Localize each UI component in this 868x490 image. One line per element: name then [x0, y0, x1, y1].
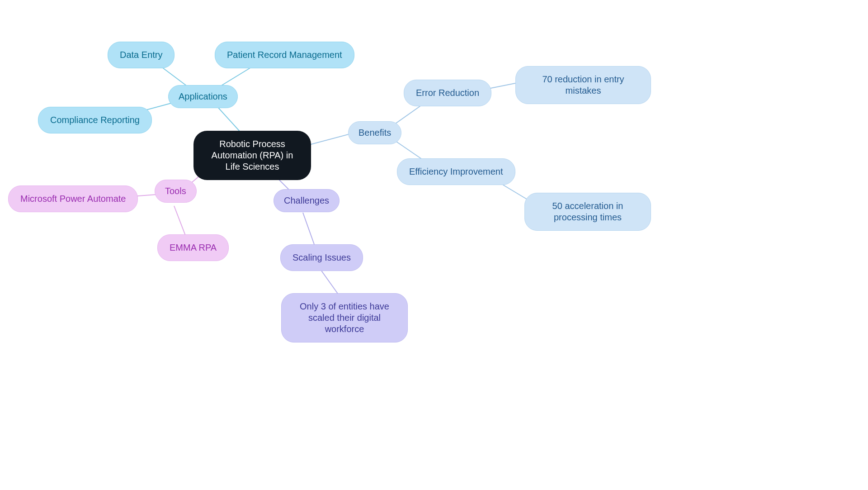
- node-scaling-detail[interactable]: Only 3 of entities have scaled their dig…: [281, 293, 408, 343]
- node-tools[interactable]: Tools: [155, 180, 197, 203]
- node-power-automate[interactable]: Microsoft Power Automate: [8, 186, 138, 212]
- edge-layer: [0, 0, 868, 490]
- center-node[interactable]: Robotic Process Automation (RPA) in Life…: [193, 131, 311, 180]
- node-error-reduction-detail[interactable]: 70 reduction in entry mistakes: [515, 66, 651, 104]
- node-challenges[interactable]: Challenges: [274, 189, 340, 212]
- svg-line-13: [303, 213, 314, 244]
- node-efficiency[interactable]: Efficiency Improvement: [397, 158, 515, 185]
- node-data-entry[interactable]: Data Entry: [108, 42, 175, 68]
- node-applications[interactable]: Applications: [168, 85, 238, 108]
- node-compliance[interactable]: Compliance Reporting: [38, 107, 152, 133]
- node-benefits[interactable]: Benefits: [348, 121, 401, 144]
- svg-line-5: [217, 106, 240, 131]
- mindmap-canvas: Robotic Process Automation (RPA) in Life…: [0, 0, 868, 490]
- node-efficiency-detail[interactable]: 50 acceleration in processing times: [524, 193, 651, 231]
- svg-line-0: [309, 133, 352, 145]
- node-emma-rpa[interactable]: EMMA RPA: [157, 234, 229, 261]
- node-scaling[interactable]: Scaling Issues: [280, 244, 363, 271]
- node-patient-records[interactable]: Patient Record Management: [215, 42, 354, 68]
- node-error-reduction[interactable]: Error Reduction: [404, 80, 491, 106]
- svg-line-11: [174, 206, 185, 235]
